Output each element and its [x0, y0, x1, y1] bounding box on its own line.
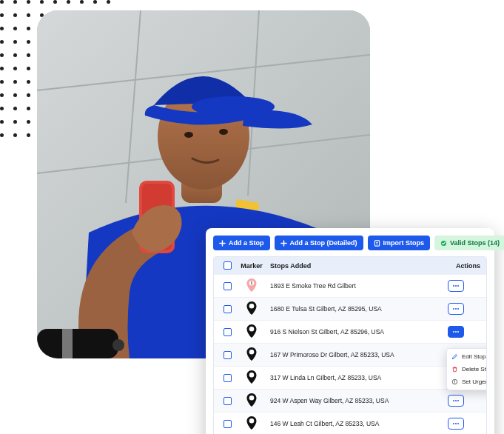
table-row: 5317 W Linda Ln Gilbert, AZ 85233, USA [214, 366, 486, 389]
table-row: 11893 E Smoke Tree Rd Gilbert [214, 274, 486, 297]
row-actions-button[interactable] [448, 280, 464, 292]
add-stop-label: Add a Stop [229, 239, 264, 247]
row-checkbox[interactable] [224, 305, 232, 313]
trash-icon [451, 366, 458, 373]
row-actions-button[interactable] [448, 395, 464, 407]
row-checkbox[interactable] [224, 420, 232, 428]
svg-point-8 [184, 132, 193, 138]
import-icon [374, 240, 380, 247]
row-actions-button[interactable] [448, 326, 464, 338]
svg-rect-13 [62, 329, 73, 358]
map-pin-icon: 6 [246, 393, 257, 407]
add-stop-button[interactable]: Add a Stop [213, 236, 270, 250]
svg-point-9 [219, 129, 228, 135]
svg-text:1: 1 [251, 281, 253, 285]
stop-address: 1893 E Smoke Tree Rd Gilbert [267, 282, 448, 290]
set-urgent-item[interactable]: Set Urgent [447, 375, 487, 388]
row-checkbox[interactable] [224, 374, 232, 382]
svg-text:3: 3 [251, 327, 253, 331]
header-marker: Marker [236, 262, 267, 270]
stop-address: 167 W Primoroso Dr Gilbert, AZ 85233, US… [267, 351, 448, 358]
edit-stop-label: Edit Stop [462, 353, 485, 360]
add-stop-detailed-label: Add a Stop (Detailed) [290, 239, 357, 247]
map-pin-icon: 2 [246, 301, 257, 315]
svg-rect-15 [374, 240, 379, 245]
map-pin-icon: 4 [246, 347, 257, 361]
svg-point-27 [454, 383, 455, 384]
table-row: 21680 E Tulsa St Gilbert, AZ 85295, USA [214, 297, 486, 320]
svg-text:5: 5 [251, 373, 253, 377]
table-row: 4167 W Primoroso Dr Gilbert, AZ 85233, U… [214, 343, 486, 366]
row-actions-popup: Edit StopDelete StopSet Urgent [446, 348, 487, 390]
plus-icon [219, 240, 226, 247]
svg-rect-12 [37, 329, 118, 358]
stops-table: Marker Stops Added Actions 11893 E Smoke… [213, 256, 487, 434]
svg-point-14 [112, 339, 124, 351]
set-urgent-label: Set Urgent [462, 378, 487, 385]
table-row: 6924 W Aspen Way Gilbert, AZ 85233, USA [214, 389, 486, 412]
edit-stop-item[interactable]: Edit Stop [447, 350, 487, 363]
check-circle-icon [440, 240, 447, 247]
import-stops-label: Import Stops [383, 239, 425, 247]
stop-address: 317 W Linda Ln Gilbert, AZ 85233, USA [267, 374, 448, 381]
map-pin-icon: 5 [246, 370, 257, 384]
row-actions-button[interactable] [448, 418, 464, 430]
header-actions: Actions [448, 262, 482, 270]
add-stop-detailed-button[interactable]: Add a Stop (Detailed) [275, 236, 363, 250]
toolbar: Add a Stop Add a Stop (Detailed) Import … [213, 236, 487, 250]
stop-address: 916 S Nielson St Gilbert, AZ 85296, USA [267, 328, 448, 335]
row-checkbox[interactable] [224, 351, 232, 359]
row-checkbox[interactable] [224, 397, 232, 405]
alert-icon [451, 378, 458, 385]
table-row: 7146 W Leah Ct Gilbert, AZ 85233, USA [214, 412, 486, 434]
svg-text:7: 7 [251, 418, 253, 423]
table-header: Marker Stops Added Actions [214, 257, 486, 274]
row-checkbox[interactable] [224, 328, 232, 336]
map-pin-icon: 3 [246, 324, 257, 338]
header-stops-added: Stops Added [267, 262, 448, 270]
row-checkbox[interactable] [224, 282, 232, 290]
stop-address: 1680 E Tulsa St Gilbert, AZ 85295, USA [267, 305, 448, 313]
stops-panel: Add a Stop Add a Stop (Detailed) Import … [206, 228, 494, 434]
pencil-icon [451, 353, 458, 360]
stop-address: 146 W Leah Ct Gilbert, AZ 85233, USA [267, 420, 448, 427]
plus-icon [280, 240, 287, 247]
table-row: 3916 S Nielson St Gilbert, AZ 85296, USA [214, 320, 486, 343]
delete-stop-label: Delete Stop [462, 366, 487, 373]
svg-text:2: 2 [251, 304, 253, 308]
delete-stop-item[interactable]: Delete Stop [447, 363, 487, 375]
stop-address: 924 W Aspen Way Gilbert, AZ 85233, USA [267, 397, 448, 404]
valid-stops-button[interactable]: Valid Stops (14) [434, 236, 504, 250]
row-actions-button[interactable] [448, 303, 464, 315]
import-stops-button[interactable]: Import Stops [368, 236, 431, 250]
svg-text:6: 6 [251, 395, 253, 400]
svg-text:4: 4 [251, 350, 253, 354]
map-pin-icon: 1 [246, 278, 257, 292]
valid-stops-label: Valid Stops (14) [450, 239, 500, 247]
select-all-checkbox[interactable] [224, 261, 232, 270]
map-pin-icon: 7 [246, 416, 257, 430]
